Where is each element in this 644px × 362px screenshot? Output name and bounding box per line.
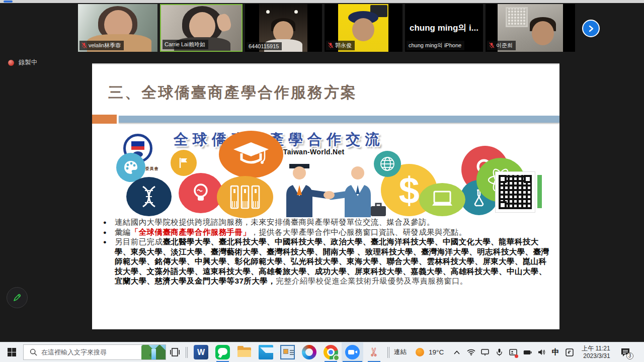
recording-red-dot (515, 354, 518, 358)
participant-tile-video-off[interactable]: chung ming의 i... chung ming의 iPhone (405, 4, 483, 52)
participant-big-name: chung ming의 i... (405, 22, 483, 34)
participant-name-chip: Carrie Lai賴玲如 (163, 40, 208, 49)
lightbulb-icon (179, 173, 223, 213)
battery-icon (523, 350, 532, 355)
person-silhouette (532, 21, 554, 45)
slide-title: 三、全球僑臺商產學合作服務方案 (108, 82, 357, 103)
windows-logo-icon (8, 348, 16, 356)
window-edge-accent (4, 1, 13, 3)
participant-name-chip: 이준희 (487, 41, 516, 50)
participant-name: 郭永俊 (335, 42, 352, 49)
next-participants-button[interactable] (582, 20, 600, 37)
participant-tile[interactable]: velalin林季蓉 (78, 4, 157, 52)
banner-green-bar (537, 175, 542, 208)
server-racks-icon (217, 176, 273, 218)
screen-share-status[interactable] (507, 342, 519, 362)
taskbar-app-zoom[interactable] (342, 342, 363, 362)
start-button[interactable] (0, 342, 23, 362)
ceiling-vent (506, 7, 528, 27)
bullet-text: 完整介紹學校促進企業技術升級優勢及專責服務窗口。 (276, 277, 468, 285)
mail-icon (259, 345, 273, 359)
links-label: 連結 (394, 348, 407, 355)
shared-slide: 三、全球僑臺商產學合作服務方案 中華民國僑務委員會 全球僑臺商產學合作交流 ht… (92, 63, 559, 329)
ime-label: 中 (552, 347, 559, 357)
touch-keyboard-icon (566, 348, 574, 356)
chevron-up-icon (454, 350, 460, 354)
battery-status[interactable] (521, 342, 533, 362)
bullet-marker: ● (103, 228, 107, 238)
participant-strip: velalin林季蓉 Carrie Lai賴玲如 (0, 3, 644, 53)
taskbar-app-file-explorer[interactable] (233, 342, 255, 362)
participant-tile[interactable]: 6440115915 (245, 4, 322, 52)
waterfall-art (151, 349, 156, 359)
control-panel-icon (280, 345, 295, 359)
participant-name: chung ming의 iPhone (409, 42, 461, 49)
laptop-icon (419, 183, 465, 216)
chrome-profile-badge (333, 354, 340, 361)
pencil-icon (12, 293, 22, 303)
search-input[interactable] (41, 348, 141, 356)
wifi-status[interactable] (465, 342, 477, 362)
time: 上午 11:21 (582, 345, 610, 352)
word-icon: W (194, 345, 208, 359)
task-view-icon (170, 348, 180, 356)
qr-corner (524, 175, 532, 183)
dollar-glyph: $ (398, 169, 419, 212)
taskbar-app-office[interactable] (298, 342, 320, 362)
taskbar-clock[interactable]: 上午 11:21 2023/3/31 (576, 345, 615, 360)
search-icon (30, 348, 37, 356)
notification-center-button[interactable]: 3 (615, 342, 635, 362)
muted-mic-icon (328, 42, 334, 49)
taskbar-app-chrome[interactable] (320, 342, 342, 362)
task-view-button[interactable] (166, 342, 183, 362)
recording-indicator[interactable]: 錄製中 (8, 58, 38, 67)
participant-tile[interactable]: 이준희 (486, 4, 575, 52)
recording-label: 錄製中 (19, 58, 38, 67)
bullet-text: ，提供各大學產學合作中心服務窗口資訊、研發成果與亮點。 (251, 228, 466, 236)
sun-icon (416, 348, 424, 356)
bullet-marker: ● (103, 237, 107, 247)
bullet-text: 彙編 (115, 228, 131, 236)
person-silhouette (189, 12, 215, 40)
show-hidden-icons-button[interactable] (451, 342, 463, 362)
participant-name: Carrie Lai賴玲如 (165, 41, 205, 48)
speaker-icon (538, 349, 545, 355)
taskbar-app-control-panel[interactable] (277, 342, 298, 362)
zoom-meeting-screen: velalin林季蓉 Carrie Lai賴玲如 (0, 0, 644, 362)
cast-display-icon (481, 349, 489, 355)
taskbar-search[interactable] (23, 344, 166, 360)
taskbar-app-mail[interactable] (255, 342, 277, 362)
chrome-icon (324, 345, 338, 359)
notification-count-badge: 3 (626, 352, 633, 359)
qr-corner (499, 175, 507, 183)
flag-icon (171, 150, 197, 176)
zoom-icon (345, 345, 360, 359)
taskbar-app-line[interactable] (212, 342, 233, 362)
bullet-text: 另目前已完成 (115, 237, 163, 246)
handshake-businessmen-illustration (272, 164, 386, 217)
taskbar-app-word[interactable]: W (190, 342, 212, 362)
participant-tile[interactable]: 郭永俊 (325, 4, 403, 52)
wifi-icon (467, 349, 475, 355)
ime-indicator[interactable]: 中 (549, 342, 561, 362)
weather-widget[interactable]: 19°C (412, 348, 451, 356)
slide-bullet-list: ● 連結國內大學院校提供跨境諮詢服務，未來安排僑臺商與產學研發單位交流、媒合及參… (98, 217, 552, 286)
dna-icon (126, 177, 172, 216)
qr-corner (499, 201, 507, 209)
taskbar-separator (183, 342, 190, 362)
search-highlight-image[interactable] (141, 345, 166, 359)
links-toolbar[interactable]: 連結 (392, 348, 412, 356)
volume-status[interactable] (535, 342, 547, 362)
muted-mic-icon (82, 42, 87, 49)
participant-name: 6440115915 (249, 43, 279, 49)
participant-name-chip: velalin林季蓉 (79, 41, 124, 50)
annotate-button[interactable] (7, 287, 28, 308)
date: 2023/3/31 (582, 352, 610, 360)
person-silhouette (352, 18, 374, 41)
cast-display-status[interactable] (479, 342, 491, 362)
touch-keyboard-button[interactable] (564, 342, 576, 362)
participant-tile-active-speaker[interactable]: Carrie Lai賴玲如 (160, 4, 243, 52)
microphone-icon (497, 348, 502, 356)
microphone-status[interactable] (493, 342, 505, 362)
taskbar-app-snipping-tool[interactable]: ✄ (363, 342, 385, 362)
